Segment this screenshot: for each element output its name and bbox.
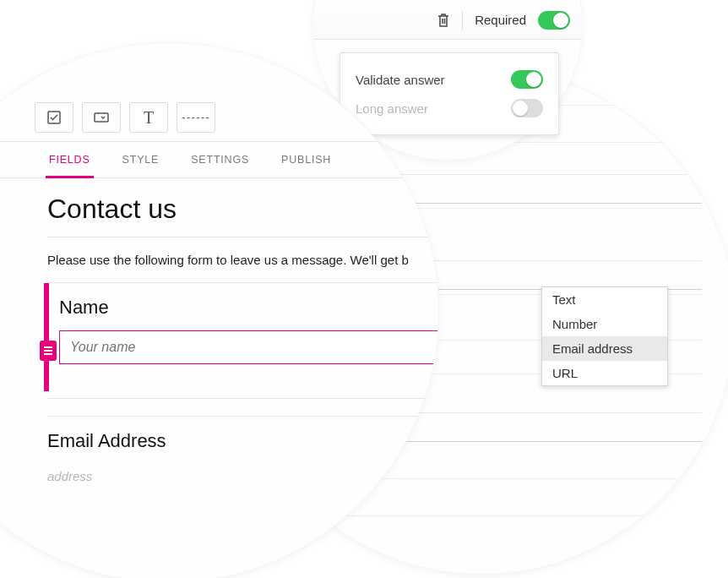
long-answer-toggle[interactable] bbox=[511, 99, 543, 117]
dropdown-item-email[interactable]: Email address bbox=[542, 336, 667, 361]
long-answer-label: Long answer bbox=[356, 101, 428, 116]
dropdown-item-text[interactable]: Text bbox=[542, 287, 667, 312]
text-element-button[interactable]: T bbox=[129, 102, 168, 133]
required-toggle[interactable] bbox=[538, 11, 570, 30]
trash-icon[interactable] bbox=[437, 13, 450, 28]
tab-style[interactable]: STYLE bbox=[121, 142, 161, 177]
form-intro[interactable]: Please use the following form to leave u… bbox=[47, 237, 439, 282]
validation-type-dropdown[interactable]: Text Number Email address URL bbox=[541, 286, 668, 386]
editor-tabs: FIELDS STYLE SETTINGS PUBLISH bbox=[0, 141, 439, 178]
tab-publish[interactable]: PUBLISH bbox=[280, 142, 333, 177]
form-title[interactable]: Contact us bbox=[47, 194, 439, 237]
validate-answer-label: Validate answer bbox=[356, 73, 445, 87]
tab-fields[interactable]: FIELDS bbox=[47, 142, 92, 177]
validate-answer-toggle[interactable] bbox=[511, 70, 543, 89]
divider bbox=[462, 11, 463, 30]
field-block-name[interactable]: Name bbox=[47, 282, 439, 381]
dropdown-item-number[interactable]: Number bbox=[542, 312, 667, 336]
field-settings-bar: Required bbox=[313, 1, 583, 40]
dropdown-item-url[interactable]: URL bbox=[542, 361, 667, 385]
field-placeholder-input[interactable] bbox=[59, 330, 439, 364]
validation-panel: Validate answer Long answer bbox=[340, 52, 559, 135]
field-label-name[interactable]: Name bbox=[59, 297, 439, 319]
checkbox-field-button[interactable] bbox=[35, 102, 73, 133]
field-placeholder-email: address bbox=[47, 464, 439, 483]
tab-settings[interactable]: SETTINGS bbox=[189, 142, 251, 177]
divider-element-button[interactable]: ------ bbox=[177, 102, 215, 133]
dropdown-field-button[interactable] bbox=[82, 102, 121, 133]
drag-handle-icon[interactable] bbox=[40, 341, 57, 361]
field-label-email[interactable]: Email Address bbox=[47, 430, 439, 452]
required-label: Required bbox=[475, 13, 526, 27]
